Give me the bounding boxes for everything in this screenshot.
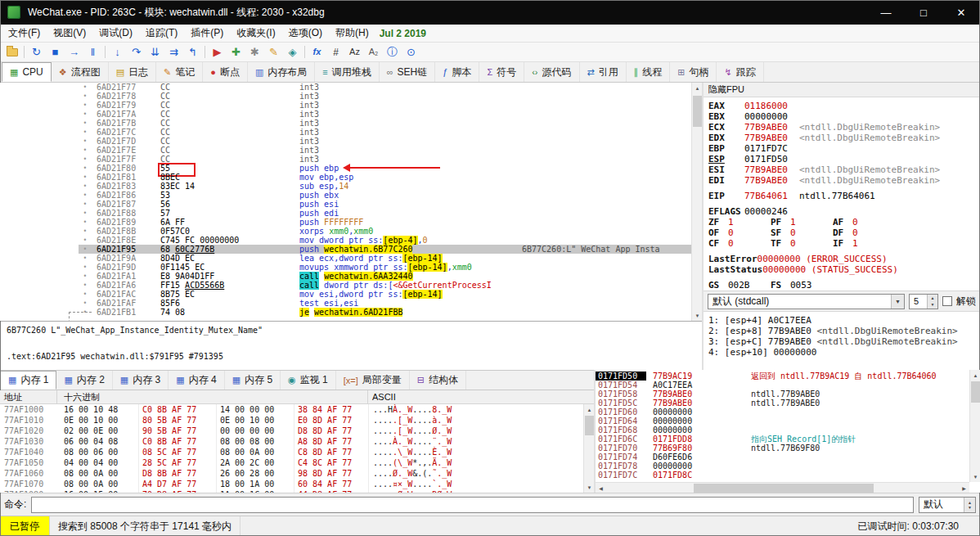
scroll-down-button[interactable] <box>970 471 980 482</box>
breakpoint-dot-icon[interactable] <box>79 227 92 236</box>
breakpoint-dot-icon[interactable] <box>79 200 92 209</box>
breakpoint-dot-icon[interactable] <box>79 272 92 281</box>
disasm-row[interactable]: 6AD21F78CCint3 <box>0 92 691 101</box>
register-row[interactable]: ESI77B9ABE0<ntdll.DbgUiRemoteBreakin> <box>708 164 975 175</box>
scrollbar-thumb[interactable] <box>971 381 980 403</box>
breakpoint-dot-icon[interactable] <box>79 92 92 101</box>
disasm-row[interactable]: 6AD21F8857push edi <box>0 209 691 218</box>
disasm-row[interactable]: 6AD21F7ECCint3 <box>0 146 691 155</box>
maximize-button[interactable]: □ <box>905 0 942 25</box>
seh-shield-icon[interactable]: ◈ <box>283 43 302 61</box>
tab-references[interactable]: ⇄引用 <box>580 62 627 82</box>
register-row[interactable]: GS002BFS0053 <box>708 280 975 291</box>
disasm-row[interactable]: 6AD21F818BECmov ebp,esp <box>0 173 691 182</box>
calculator-icon[interactable]: # <box>326 43 345 61</box>
disasm-row[interactable]: 6AD21F8EC745 FC 00000000mov dword ptr ss… <box>0 236 691 245</box>
register-row[interactable]: LastError00000000 (ERROR_SUCCESS) <box>708 254 975 264</box>
tab-locals[interactable]: [x=]局部变量 <box>336 371 410 390</box>
menu-item[interactable]: 视图(V) <box>47 25 92 42</box>
breakpoint-dot-icon[interactable] <box>79 209 92 218</box>
register-row[interactable]: ZF1PF1AF0 <box>708 217 975 227</box>
breakpoint-dot-icon[interactable] <box>79 146 92 155</box>
stack-argument-row[interactable]: 3: [esp+C] 77B9ABE0 <ntdll.DbgUiRemoteBr… <box>708 336 975 347</box>
stack-row[interactable]: 0171FD5077B9AC19返回到 ntdll.77B9AC19 自 ntd… <box>596 372 969 381</box>
stack-row[interactable]: 0171FD74D60FE6D6 <box>596 453 969 462</box>
breakpoint-dot-icon[interactable] <box>79 164 92 173</box>
scroll-up-button[interactable] <box>692 83 702 93</box>
register-row[interactable]: ECX77B9ABE0<ntdll.DbgUiRemoteBreakin> <box>708 122 975 133</box>
tab-log[interactable]: ▤日志 <box>109 62 156 82</box>
stack-row[interactable]: 0171FD7077B69F80ntdll.77B69F80 <box>596 444 969 453</box>
command-input[interactable] <box>31 497 914 513</box>
breakpoint-dot-icon[interactable] <box>79 137 92 146</box>
scroll-right-button[interactable] <box>959 483 969 493</box>
stack-argument-row[interactable]: 2: [esp+8] 77B9ABE0 <ntdll.DbgUiRemoteBr… <box>708 326 975 336</box>
disasm-row[interactable]: 6AD21F8653push ebx <box>0 191 691 200</box>
menu-item[interactable]: 插件(P) <box>184 25 230 42</box>
stack-argument-row[interactable]: 4: [esp+10] 00000000 <box>708 347 975 358</box>
breakpoint-dot-icon[interactable] <box>79 299 92 308</box>
disasm-row[interactable]: 6AD21FA1E8 9A04D1FFcall wechatwin.6AA324… <box>0 272 691 281</box>
assemble-pencil-icon[interactable]: ✎ <box>264 43 283 61</box>
disasm-row[interactable]: 6AD21F7DCCint3 <box>0 137 691 146</box>
disasm-row[interactable]: 6AD21F9A8D4D EClea ecx,dword ptr ss:[ebp… <box>0 254 691 263</box>
memory-row[interactable]: 77AF106008 00 0A 00D8 8B AF 7726 00 28 0… <box>0 468 583 479</box>
register-row[interactable]: EAX01186000 <box>708 101 975 111</box>
tab-memory-map[interactable]: ▥内存布局 <box>248 62 315 82</box>
menu-item[interactable]: 文件(F) <box>2 25 47 42</box>
breakpoint-dot-icon[interactable] <box>79 191 92 200</box>
disasm-row[interactable]: 6AD21FAC8B75 ECmov esi,dword ptr ss:[ebp… <box>0 290 691 299</box>
chevron-updown-icon[interactable]: ▲▼ <box>964 498 975 512</box>
tab-graph[interactable]: ❖流程图 <box>52 62 109 82</box>
disasm-row[interactable]: 6AD21F77CCint3 <box>0 83 691 92</box>
close-button[interactable]: ✕ <box>942 0 980 25</box>
stack-row[interactable]: 0171FD5C77B9ABE0ntdll.77B9ABE0 <box>596 399 969 408</box>
disasm-row[interactable]: 6AD21FAF85F6test esi,esi <box>0 299 691 308</box>
disassembly-scrollbar[interactable] <box>691 83 702 321</box>
trace-into-icon[interactable]: ⇊ <box>146 43 164 61</box>
stack-row[interactable]: 0171FD6000000000 <box>596 408 969 417</box>
breakpoint-dot-icon[interactable] <box>79 290 92 299</box>
breakpoint-dot-icon[interactable] <box>79 173 92 182</box>
memory-row[interactable]: 77AF108016 00 15 0070 D8 AF 771A 00 1C 0… <box>0 489 583 493</box>
stack-scrollbar[interactable] <box>969 370 980 482</box>
register-row[interactable]: EDX77B9ABE0<ntdll.DbgUiRemoteBreakin> <box>708 133 975 143</box>
disasm-row[interactable]: 6AD21F7BCCint3 <box>0 119 691 128</box>
scrollbar-thumb[interactable] <box>693 96 702 127</box>
command-language-select[interactable]: 默认 ▲▼ <box>919 497 976 513</box>
disasm-row[interactable]: 6AD21F7FCCint3 <box>0 155 691 164</box>
disasm-row[interactable]: 6AD21F7CCCint3 <box>0 128 691 137</box>
memory-scrollbar[interactable] <box>583 404 594 493</box>
memory-row[interactable]: 77AF104008 00 06 0008 5C AF 7708 00 0A 0… <box>0 447 583 457</box>
breakpoint-dot-icon[interactable] <box>79 245 92 254</box>
scroll-down-button[interactable] <box>692 310 702 321</box>
tab-notes[interactable]: ✎笔记 <box>156 62 203 82</box>
stack-horizontal-scrollbar[interactable] <box>596 482 969 493</box>
disasm-row[interactable]: 6AD21FA6FF15 ACD5566Bcall dword ptr ds:[… <box>0 281 691 290</box>
register-row[interactable]: OF0SF0DF0 <box>708 227 975 238</box>
breakpoint-dot-icon[interactable] <box>79 155 92 164</box>
register-row[interactable]: ESP0171FD50 <box>708 154 975 164</box>
argument-count-stepper[interactable]: 5 ▲▼ <box>909 294 938 309</box>
stack-row[interactable]: 0171FD6800000000 <box>596 426 969 435</box>
breakpoint-dot-icon[interactable] <box>79 119 92 128</box>
register-row[interactable]: EBP0171FD7C <box>708 143 975 154</box>
tab-memory-1[interactable]: ▦内存 1 <box>0 371 56 390</box>
stop-icon[interactable]: ■ <box>46 43 65 61</box>
chevron-down-icon[interactable]: ▼ <box>891 295 904 309</box>
breakpoint-dot-icon[interactable] <box>79 182 92 191</box>
tab-call-stack[interactable]: ≡调用堆栈 <box>315 62 379 82</box>
search-globe-icon[interactable]: ⊙ <box>402 43 420 61</box>
scrollbar-thumb[interactable] <box>585 416 594 435</box>
tab-memory-4[interactable]: ▦内存 4 <box>169 371 224 390</box>
register-row[interactable]: EDI77B9ABE0<ntdll.DbgUiRemoteBreakin> <box>708 175 975 186</box>
tab-symbols[interactable]: Σ符号 <box>479 62 524 82</box>
open-file-icon[interactable] <box>2 43 21 61</box>
animate-icon[interactable]: ▶ <box>208 43 227 61</box>
breakpoint-dot-icon[interactable] <box>79 263 92 272</box>
stack-row[interactable]: 0171FD7800000000 <box>596 462 969 471</box>
disasm-row[interactable]: 6AD21F79CCint3 <box>0 101 691 110</box>
breakpoint-dot-icon[interactable] <box>79 101 92 110</box>
strings-icon[interactable]: Az <box>345 43 364 61</box>
tab-source[interactable]: ‹›源代码 <box>524 62 579 82</box>
